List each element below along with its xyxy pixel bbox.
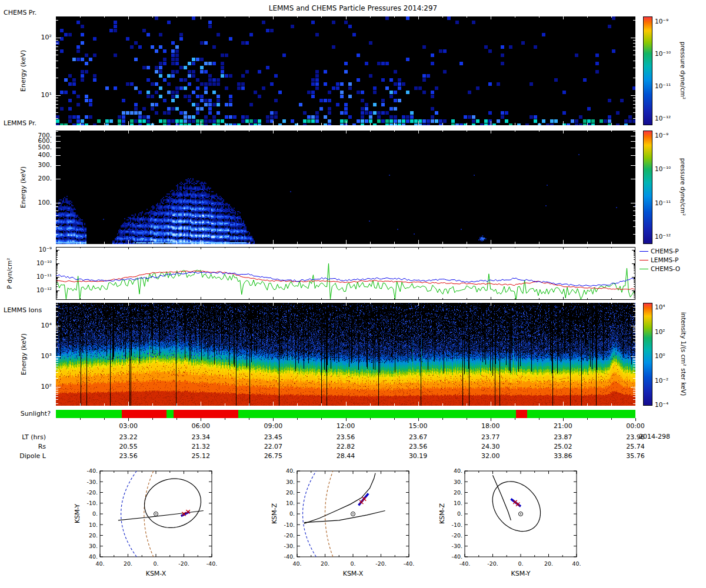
sunlight-segment-lit [527, 410, 635, 418]
legend-item-chems-p: CHEMS-P [640, 248, 679, 255]
orbit-ytick-label: -10. [284, 522, 295, 528]
pressure-ytick-label: 10⁻¹¹ [24, 273, 52, 280]
ephemeris-value: 23.67 [404, 433, 432, 441]
time-axis-tick [611, 418, 612, 420]
particle-pressure-dashboard: LEMMS and CHEMS Particle Pressures 2014:… [0, 0, 706, 588]
orbit-ytick-label: 0. [457, 510, 462, 517]
chems-pressure-spectrogram [56, 16, 635, 125]
time-tick-label: 21:00 [550, 422, 576, 430]
orbit-xtick-label: 40. [95, 560, 104, 567]
ephemeris-value: 22.07 [259, 443, 287, 450]
lemms-pressure-spectrogram [56, 131, 635, 244]
trajectory-lower-curve [304, 511, 385, 523]
sunlight-segment-lit [238, 410, 516, 418]
time-axis-tick [273, 418, 274, 421]
saturn-center-dot [520, 513, 521, 514]
time-axis-tick [515, 418, 515, 420]
time-axis-tick [152, 418, 153, 420]
legend-item-lemms-p: LEMMS-P [640, 256, 678, 263]
time-axis-tick [176, 418, 177, 420]
pressure-ytick-label: 10⁻⁹ [24, 246, 52, 253]
pressure-ytick-label: 10⁻¹² [24, 286, 52, 294]
orbit-xtick-label: -20. [178, 560, 189, 567]
time-axis-tick [539, 418, 540, 420]
pressure-line-plot [56, 247, 635, 300]
time-axis-tick [563, 418, 564, 421]
orbit-xtick-label: 20. [124, 560, 132, 567]
time-tick-label: 00:00 [622, 422, 648, 430]
lemms-colorbar-tick: 10⁻¹⁰ [655, 165, 687, 173]
lemms-colorbar-tick: 10⁻⁹ [655, 132, 687, 139]
chems-colorbar-tick: 10⁻⁹ [655, 18, 687, 25]
ephemeris-value: 23.56 [332, 433, 360, 441]
orbit-xtick-label: -40. [207, 560, 218, 567]
orbit-ytick-label: 10. [286, 500, 295, 506]
orbit-xtick-label: -20. [375, 560, 387, 567]
saturn-center-dot [155, 513, 156, 514]
chems-colorbar [643, 16, 652, 125]
legend-swatch-chems-p [640, 251, 648, 252]
orbit-curve [145, 479, 201, 527]
chems-colorbar-tick: 10⁻¹² [655, 115, 687, 122]
lemms-ions-spectrogram [56, 303, 635, 406]
time-axis-tick [104, 418, 105, 420]
time-axis-tick [467, 418, 467, 420]
orbit-ytick-label: 30. [454, 479, 462, 485]
sunlight-segment-lit [56, 410, 122, 418]
orbit-ytick-label: 40. [454, 467, 462, 474]
ions-ytick-label: 10⁴ [24, 322, 52, 329]
ephemeris-value: 23.77 [477, 433, 505, 441]
time-axis-tick [201, 418, 201, 421]
legend-label-lemms-p: LEMMS-P [651, 256, 678, 263]
ions-colorbar-tick: 10⁻² [655, 377, 687, 385]
bow-shock-curve [121, 471, 137, 557]
lemms-ytick-label: 100. [24, 199, 52, 206]
ephemeris-value: 23.45 [259, 433, 287, 441]
ephemeris-value: 26.75 [259, 452, 287, 460]
legend-swatch-lemms-p [640, 260, 648, 260]
pressure-ytick-label: 10⁻¹⁰ [24, 259, 52, 267]
legend-item-chems-o: CHEMS-O [640, 265, 680, 272]
lemms-colorbar-tick: 10⁻¹² [655, 233, 687, 240]
orbit-ytick-label: -10. [86, 500, 98, 506]
sunlight-segment-dark [516, 410, 527, 418]
orbit-plot-orbit_xy: 40.20.0.-20.-40.-40.-30.-20.-10.0.10.20.… [65, 467, 221, 588]
ephemeris-value: 25.12 [187, 452, 215, 460]
orbit-ytick-label: 30. [286, 479, 295, 485]
orbit-ytick-label: 30. [89, 543, 98, 549]
time-axis-tick [225, 418, 225, 420]
ephemeris-row-label-lt: LT (hrs) [4, 433, 46, 441]
ephemeris-value: 30.19 [404, 452, 432, 460]
lemms-colorbar-label: pressure dyne/cm² [680, 131, 687, 244]
orbit-xtick-label: -20. [487, 560, 498, 567]
orbit-ytick-label: 20. [286, 489, 295, 496]
chems-ytick-label: 10² [24, 34, 52, 41]
legend-label-chems-o: CHEMS-O [651, 265, 680, 272]
orbit-ytick-label: 40. [89, 553, 98, 560]
ions-colorbar [643, 303, 652, 406]
ephemeris-value: 20.55 [114, 443, 142, 450]
ephemeris-value: 21.32 [187, 443, 215, 450]
ions-colorbar-tick: 10⁰ [655, 352, 687, 360]
orbit-xtick-label: 40. [292, 560, 301, 567]
orbit-ytick-label: -20. [284, 532, 295, 539]
orbit-ytick-label: -30. [284, 543, 295, 549]
trajectory-curve [493, 475, 511, 520]
orbit-ytick-label: 0. [289, 510, 295, 517]
time-axis-tick [370, 418, 371, 420]
time-tick-label: 12:00 [333, 422, 359, 430]
orbit-ytick-label: -40. [284, 553, 295, 560]
time-axis-tick [491, 418, 491, 421]
trajectory-curve [118, 511, 204, 520]
orbit-xtick-label: -40. [404, 560, 415, 567]
ephemeris-value: 23.56 [114, 452, 142, 460]
time-tick-label: 15:00 [405, 422, 431, 430]
chems-colorbar-label: pressure dyne/cm² [680, 16, 687, 125]
orbit-xtick-label: 0. [518, 560, 523, 567]
time-axis-tick [321, 418, 322, 420]
time-tick-label: 09:00 [260, 422, 286, 430]
orbit-xtick-label: 0. [153, 560, 158, 567]
sunlight-segment-lit [166, 410, 174, 418]
orbit-xtick-label: 40. [572, 560, 581, 567]
ions-colorbar-tick: 10⁻⁴ [655, 401, 687, 409]
